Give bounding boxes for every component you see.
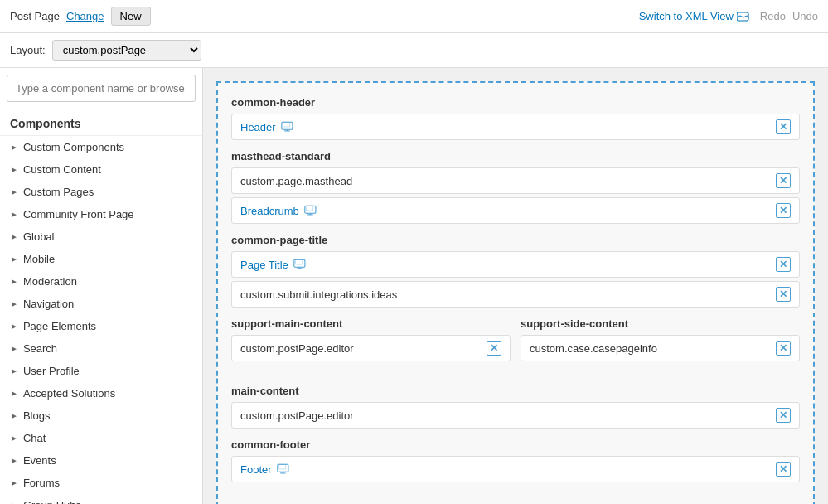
component-link[interactable]: Header: [240, 121, 276, 133]
canvas-inner: common-header Header ✕masthead-standardc…: [216, 81, 815, 504]
component-text: custom.postPage.editor: [240, 410, 776, 422]
layout-label: Layout:: [10, 44, 46, 56]
section-label: support-side-content: [521, 317, 800, 330]
sidebar-item-mobile[interactable]: ►Mobile: [0, 248, 202, 270]
sidebar-arrow-icon: ►: [10, 389, 18, 398]
component-link[interactable]: Page Title: [240, 259, 288, 271]
monitor-icon: [281, 121, 296, 133]
section-label: support-main-content: [231, 317, 511, 330]
component-text: custom.page.masthead: [240, 175, 776, 187]
component-link[interactable]: Footer: [240, 463, 272, 476]
component-row: custom.postPage.editor✕: [231, 402, 800, 429]
component-row: Footer ✕: [231, 456, 800, 482]
component-text: Page Title: [240, 259, 776, 271]
sidebar-item-events[interactable]: ►Events: [0, 449, 202, 472]
remove-button[interactable]: ✕: [776, 341, 791, 356]
sidebar-item-moderation[interactable]: ►Moderation: [0, 270, 202, 293]
layout-row: Layout: custom.postPage: [0, 33, 828, 68]
monitor-icon: [293, 259, 308, 270]
svg-rect-8: [306, 206, 312, 211]
section-common-header: common-header Header ✕: [231, 96, 800, 140]
sidebar-item-accepted-solutions[interactable]: ►Accepted Solutions: [0, 382, 202, 405]
sidebar-item-custom-content[interactable]: ►Custom Content: [0, 158, 202, 181]
remove-button[interactable]: ✕: [776, 119, 791, 134]
component-text: custom.case.casepageinfo: [530, 342, 776, 355]
monitor-icon: [277, 463, 292, 475]
component-row: Breadcrumb ✕: [231, 197, 800, 224]
section-label: common-footer: [231, 439, 800, 451]
sidebar-item-community-front-page[interactable]: ►Community Front Page: [0, 203, 202, 225]
redo-undo-group: Redo Undo: [760, 10, 818, 22]
change-button[interactable]: Change: [66, 10, 104, 22]
switch-xml-icon: [737, 12, 750, 22]
component-row: custom.page.masthead✕: [231, 167, 800, 194]
search-input[interactable]: [7, 75, 196, 102]
section-label: main-content: [231, 385, 800, 397]
sidebar-item-group-hubs[interactable]: ►Group Hubs: [0, 494, 202, 504]
main-area: Components ►Custom Components►Custom Con…: [0, 68, 828, 504]
sidebar-item-page-elements[interactable]: ►Page Elements: [0, 315, 202, 337]
component-row: Page Title ✕: [231, 251, 800, 278]
new-button[interactable]: New: [111, 7, 151, 26]
components-title: Components: [0, 109, 202, 135]
section-common-page-title: common-page-title Page Title ✕custom.sub…: [231, 234, 800, 308]
undo-button[interactable]: Undo: [792, 10, 818, 22]
sidebar-item-custom-pages[interactable]: ►Custom Pages: [0, 181, 202, 203]
sidebar-arrow-icon: ►: [10, 456, 18, 465]
sidebar-item-custom-components[interactable]: ►Custom Components: [0, 136, 202, 158]
sidebar-arrow-icon: ►: [10, 187, 18, 196]
section-common-footer: common-footer Footer ✕: [231, 439, 800, 482]
sidebar-item-forums[interactable]: ►Forums: [0, 472, 202, 494]
sidebar-arrow-icon: ►: [10, 478, 18, 487]
section-label: common-header: [231, 96, 800, 109]
sidebar-arrow-icon: ►: [10, 322, 18, 331]
page-title: Post Page: [10, 10, 60, 22]
sidebar-arrow-icon: ►: [10, 366, 18, 376]
top-bar-right: Switch to XML View Redo Undo: [639, 10, 818, 22]
sidebar-item-chat[interactable]: ►Chat: [0, 427, 202, 449]
svg-rect-16: [278, 464, 285, 469]
section-masthead-standard: masthead-standardcustom.page.masthead✕ B…: [231, 150, 800, 224]
canvas-area: common-header Header ✕masthead-standardc…: [203, 68, 828, 504]
svg-rect-12: [295, 259, 302, 264]
component-text: Footer: [240, 463, 776, 476]
sidebar-item-navigation[interactable]: ►Navigation: [0, 293, 202, 315]
component-row: custom.postPage.editor✕: [231, 335, 511, 361]
remove-button[interactable]: ✕: [776, 462, 791, 477]
remove-button[interactable]: ✕: [776, 203, 791, 218]
top-bar: Post Page Change New Switch to XML View …: [0, 0, 828, 33]
sidebar-arrow-icon: ►: [10, 143, 18, 152]
section-main-content: main-contentcustom.postPage.editor✕: [231, 385, 800, 429]
component-row: Header ✕: [231, 114, 800, 140]
sidebar-arrow-icon: ►: [10, 277, 18, 286]
component-link[interactable]: Breadcrumb: [240, 205, 299, 217]
remove-button[interactable]: ✕: [776, 173, 791, 188]
sidebar-arrow-icon: ►: [10, 299, 18, 308]
sidebar-item-blogs[interactable]: ►Blogs: [0, 405, 202, 427]
remove-button[interactable]: ✕: [776, 257, 791, 272]
redo-button[interactable]: Redo: [760, 10, 786, 22]
sidebar-arrow-icon: ►: [10, 434, 18, 443]
section-label: masthead-standard: [231, 150, 800, 162]
search-wrap: [0, 75, 202, 109]
sidebar-item-user-profile[interactable]: ►User Profile: [0, 360, 202, 382]
remove-button[interactable]: ✕: [776, 408, 791, 423]
component-text: custom.submit.integrations.ideas: [240, 288, 776, 301]
sidebar-item-global[interactable]: ►Global: [0, 225, 202, 248]
sidebar: Components ►Custom Components►Custom Con…: [0, 68, 203, 504]
svg-rect-4: [283, 122, 289, 127]
sidebar-arrow-icon: ►: [10, 254, 18, 264]
monitor-icon: [304, 205, 319, 216]
layout-select[interactable]: custom.postPage: [52, 40, 201, 61]
switch-xml-link[interactable]: Switch to XML View: [639, 10, 750, 22]
sidebar-arrow-icon: ►: [10, 210, 18, 219]
component-row: custom.case.casepageinfo✕: [521, 335, 800, 361]
component-text: Breadcrumb: [240, 205, 776, 217]
support-side-content-section: support-side-contentcustom.case.casepage…: [521, 317, 800, 365]
two-col-sections: support-main-contentcustom.postPage.edit…: [231, 317, 800, 375]
section-label: common-page-title: [231, 234, 800, 246]
remove-button[interactable]: ✕: [776, 287, 791, 302]
sidebar-item-search[interactable]: ►Search: [0, 337, 202, 360]
remove-button[interactable]: ✕: [487, 341, 501, 356]
component-text: custom.postPage.editor: [240, 342, 487, 355]
